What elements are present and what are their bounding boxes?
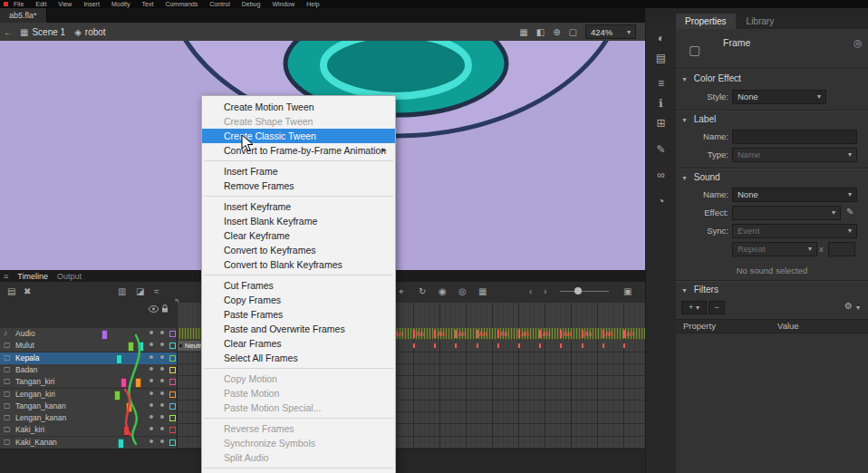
context-item-clear-keyframe[interactable]: Clear Keyframe xyxy=(202,228,395,243)
snap-icon[interactable]: ⊕ xyxy=(553,27,560,37)
onion-skin-icon[interactable]: ◉ xyxy=(439,286,447,296)
graph-icon[interactable]: ≈ xyxy=(154,286,159,296)
delete-layer-icon[interactable]: ✖ xyxy=(24,286,31,296)
section-color-effect[interactable]: ▼ Color Effect xyxy=(681,73,741,83)
context-item-clear-frames[interactable]: Clear Frames xyxy=(202,336,395,351)
section-sound[interactable]: ▼ Sound xyxy=(681,172,720,182)
layer-name: Tangan_kanan xyxy=(15,401,66,410)
context-item-paste-and-overwrite-frames[interactable]: Paste and Overwrite Frames xyxy=(202,322,395,336)
context-item-paste-frames[interactable]: Paste Frames xyxy=(202,307,395,322)
layer-name: Badan xyxy=(15,365,38,374)
section-filters[interactable]: ▼ Filters xyxy=(681,285,719,294)
layer-name: Tangan_kiri xyxy=(15,377,54,386)
breadcrumb-scene[interactable]: Scene 1 xyxy=(32,27,65,37)
repeat-times-label: x xyxy=(819,244,824,254)
layer-view-icon[interactable]: ◪ xyxy=(136,286,144,296)
context-item-remove-frames[interactable]: Remove Frames xyxy=(202,179,395,193)
context-item-create-motion-tween[interactable]: Create Motion Tween xyxy=(202,100,395,114)
layer-list-icon[interactable]: ▤ xyxy=(7,286,15,296)
document-tab-label: ab5.fla* xyxy=(9,11,37,20)
timeline-zoom-knob[interactable] xyxy=(574,287,582,294)
context-item-insert-frame[interactable]: Insert Frame xyxy=(202,164,395,179)
timeline-zoom-slider[interactable] xyxy=(560,291,609,292)
gear-icon[interactable]: ⚙ xyxy=(844,301,853,311)
edit-multiple-frames-icon[interactable]: ▦ xyxy=(478,286,487,296)
effect-label: Effect: xyxy=(680,208,728,217)
transform-icon[interactable]: ⊞ xyxy=(646,117,676,130)
chevron-down-icon: ▾ xyxy=(696,304,699,312)
menu-window[interactable]: Window xyxy=(272,0,294,8)
context-item-insert-blank-keyframe[interactable]: Insert Blank Keyframe xyxy=(202,214,395,228)
menu-insert[interactable]: Insert xyxy=(83,0,100,8)
layer-name: Kaki_kiri xyxy=(15,425,44,434)
mouth-keyframe-tick xyxy=(413,343,415,348)
brush-icon[interactable]: ✎ xyxy=(646,143,676,156)
panel-menu-icon[interactable]: ≡ xyxy=(4,272,8,281)
center-stage-icon[interactable]: ◧ xyxy=(536,27,545,37)
context-item-reverse-frames: Reverse Frames xyxy=(202,421,395,436)
fill-color-icon[interactable]: ◐ xyxy=(646,32,676,44)
menu-debug[interactable]: Debug xyxy=(242,0,261,8)
onion-marker-icon[interactable]: ▥ xyxy=(118,286,126,296)
resize-timeline-icon[interactable]: ▣ xyxy=(623,286,632,296)
menu-edit[interactable]: Edit xyxy=(35,0,46,8)
context-item-select-all-frames[interactable]: Select All Frames xyxy=(202,351,395,365)
app-icon xyxy=(4,2,8,6)
context-item-convert-to-blank-keyframes[interactable]: Convert to Blank Keyframes xyxy=(202,257,395,272)
loop-icon[interactable]: ↻ xyxy=(419,286,426,296)
align-icon[interactable]: ≡ xyxy=(646,77,676,90)
edit-bar: ← ▦ Scene 1 ◈ robot ▦◧⊕▢ 424% ▾ xyxy=(0,23,645,42)
live-preview-icon[interactable]: ◎ xyxy=(854,37,863,49)
menu-modify[interactable]: Modify xyxy=(111,0,130,8)
sound-name-dropdown[interactable]: None ▾ xyxy=(732,188,857,202)
menu-file[interactable]: File xyxy=(14,0,24,8)
menu-separator xyxy=(204,418,393,419)
section-label[interactable]: ▼ Label xyxy=(681,114,716,124)
context-item-convert-to-keyframes[interactable]: Convert to Keyframes xyxy=(202,243,395,257)
layer-name: Lengan_kanan xyxy=(15,413,66,422)
back-icon[interactable]: ← xyxy=(4,27,13,37)
menu-control[interactable]: Control xyxy=(209,0,230,8)
tab-library[interactable]: Library xyxy=(738,14,784,29)
step-forward-icon[interactable]: › xyxy=(544,286,546,296)
link-icon[interactable]: ∞ xyxy=(646,169,676,181)
tab-timeline[interactable]: Timeline xyxy=(17,272,48,281)
menu-view[interactable]: View xyxy=(58,0,72,8)
info-icon[interactable]: ℹ xyxy=(646,97,676,110)
context-item-cut-frames[interactable]: Cut Frames xyxy=(202,278,395,293)
menu-commands[interactable]: Commands xyxy=(165,0,198,8)
triangle-down-icon: ▼ xyxy=(681,175,688,181)
step-back-icon[interactable]: ‹ xyxy=(529,286,532,296)
layer-page-icon: ▢ xyxy=(4,365,11,373)
divider xyxy=(676,68,868,70)
context-item-create-shape-tween: Create Shape Tween xyxy=(202,114,395,129)
edit-sound-envelope-icon[interactable]: ✎ xyxy=(846,207,854,217)
context-item-insert-keyframe[interactable]: Insert Keyframe xyxy=(202,199,395,214)
style-dropdown[interactable]: None ▾ xyxy=(732,90,826,104)
clip-icon[interactable]: ▦ xyxy=(519,27,527,37)
tab-output[interactable]: Output xyxy=(57,272,82,281)
context-item-convert-to-frame-by-frame-animation[interactable]: Convert to Frame-by-Frame Animation► xyxy=(202,143,395,158)
motion-editor-icon[interactable]: ◔ xyxy=(646,195,676,208)
context-item-create-classic-tween[interactable]: Create Classic Tween xyxy=(202,129,395,143)
sound-sync-dropdown: Event ▾ xyxy=(732,224,857,238)
lock-column-icon[interactable] xyxy=(161,304,169,313)
audio-frame-label: Ah xyxy=(477,330,487,338)
menu-text[interactable]: Text xyxy=(142,0,154,8)
onion-outline-icon[interactable]: ◎ xyxy=(458,286,467,296)
document-tab[interactable]: ab5.fla* xyxy=(0,8,47,23)
tab-properties[interactable]: Properties xyxy=(676,14,736,29)
remove-filter-button[interactable]: − xyxy=(709,301,725,314)
add-filter-button[interactable]: + ▾ xyxy=(681,301,707,314)
frame-bounds-icon[interactable]: ▢ xyxy=(569,27,577,37)
zoom-control[interactable]: 424% ▾ xyxy=(585,24,636,39)
mouth-keyframe-tick xyxy=(434,343,436,348)
breadcrumb-symbol[interactable]: robot xyxy=(85,27,106,37)
visibility-column-icon[interactable] xyxy=(149,305,159,313)
menu-help[interactable]: Help xyxy=(306,0,319,8)
chevron-down-icon: ▾ xyxy=(848,188,852,201)
center-frame-icon[interactable]: ⌖ xyxy=(399,286,404,297)
swatches-icon[interactable]: ▤ xyxy=(646,52,676,64)
context-item-copy-frames[interactable]: Copy Frames xyxy=(202,293,395,307)
label-name-input[interactable] xyxy=(732,130,857,144)
